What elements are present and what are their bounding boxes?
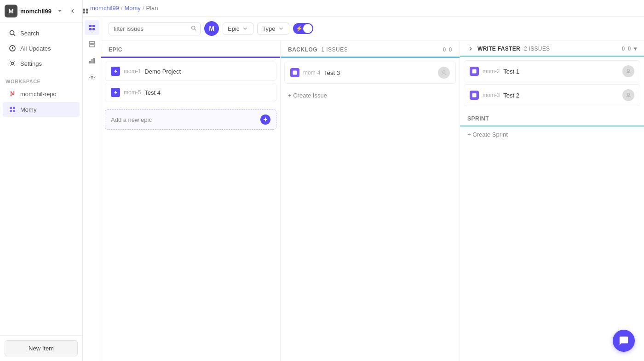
create-sprint-row[interactable]: + Create Sprint	[460, 126, 644, 143]
sidebar-nav: Search All Updates Settings	[0, 23, 82, 74]
breadcrumb-plan: Plan	[146, 5, 158, 11]
table-row[interactable]: mom-3 Test 2	[464, 84, 640, 106]
new-item-button[interactable]: New Item	[5, 340, 78, 356]
type-filter[interactable]: Type	[257, 23, 289, 35]
main-area: momchil99 / Momy / Plan	[83, 0, 644, 361]
type-filter-label: Type	[262, 25, 275, 32]
more-options-icon[interactable]: ▾	[634, 46, 637, 52]
list-view-button[interactable]	[85, 37, 99, 52]
svg-point-9	[13, 92, 15, 93]
workspace-name: momchil99	[20, 8, 52, 15]
item-id: mom-4	[303, 69, 320, 76]
epic-filter-label: Epic	[228, 25, 239, 32]
table-row[interactable]: mom-1 Demo Project	[105, 62, 276, 81]
breadcrumb: momchil99 / Momy / Plan	[90, 5, 158, 11]
svg-point-4	[10, 31, 14, 35]
backlog-count-a: 0	[443, 46, 446, 53]
svg-rect-31	[472, 93, 477, 97]
grid-view-button[interactable]	[85, 20, 99, 35]
avatar	[622, 65, 634, 77]
git-icon	[8, 90, 17, 98]
svg-point-10	[11, 95, 12, 97]
search-label: Search	[20, 30, 39, 37]
breadcrumb-sep-1: /	[121, 5, 123, 11]
chart-view-button[interactable]	[85, 53, 99, 68]
add-epic-label: Add a new epic	[111, 116, 152, 123]
sidebar-item-settings[interactable]: Settings	[3, 56, 80, 71]
epic-column-header: EPIC	[101, 41, 280, 58]
settings-icon-btn[interactable]	[85, 70, 99, 85]
table-row[interactable]: mom-4 Test 3	[284, 62, 456, 84]
svg-rect-17	[89, 28, 92, 30]
breadcrumb-momy[interactable]: Momy	[124, 5, 140, 11]
item-name: Test 3	[324, 69, 434, 76]
sidebar-header: M momchil99	[0, 0, 82, 23]
item-name: Test 1	[503, 68, 619, 75]
sidebar-item-momchil-repo[interactable]: momchil-repo	[3, 86, 80, 101]
item-name: Demo Project	[144, 68, 270, 75]
gear-icon	[8, 59, 17, 68]
write-faster-count-a: 0	[622, 46, 625, 52]
icon-sidebar	[83, 17, 101, 361]
bolt-icon	[111, 67, 120, 76]
toggle-switch[interactable]: ⚡	[293, 23, 313, 34]
breadcrumb-momchil99[interactable]: momchil99	[90, 5, 119, 11]
svg-rect-18	[92, 28, 95, 30]
sprint-title: SPRINT	[467, 115, 489, 122]
svg-point-25	[192, 26, 195, 29]
bolt-icon	[111, 88, 120, 97]
write-faster-header: WRITE FASTER 2 issues 0 0 ▾	[460, 41, 644, 57]
content-area: M Epic Type ⚡ EPIC	[101, 17, 644, 361]
epic-column-title: EPIC	[109, 46, 122, 53]
plan-area: EPIC mom-1 Demo Project	[101, 41, 644, 361]
svg-line-5	[14, 34, 16, 36]
svg-point-24	[91, 76, 93, 78]
svg-rect-16	[92, 25, 95, 27]
svg-point-30	[627, 69, 629, 72]
sidebar: M momchil99 Search All Updates	[0, 0, 83, 361]
svg-rect-15	[89, 25, 92, 27]
write-faster-header-row: WRITE FASTER 2 issues 0 0 ▾	[467, 46, 637, 52]
epic-items: mom-1 Demo Project mom-5 Test 4	[101, 58, 280, 106]
write-faster-title: WRITE FASTER	[477, 46, 520, 52]
chevron-down-icon[interactable]	[54, 6, 65, 17]
svg-rect-13	[10, 110, 12, 112]
grid-icon	[8, 105, 17, 114]
back-icon[interactable]	[67, 6, 78, 17]
filter-bar: M Epic Type ⚡	[101, 17, 644, 41]
avatar	[622, 89, 634, 101]
backlog-issues-count: 1 issues	[321, 46, 348, 53]
svg-rect-29	[472, 69, 477, 74]
item-id: mom-5	[124, 89, 141, 96]
sprint-header: SPRINT	[460, 110, 644, 126]
collapse-icon[interactable]	[467, 46, 474, 52]
svg-rect-23	[93, 58, 95, 63]
svg-rect-12	[13, 107, 15, 109]
epic-filter[interactable]: Epic	[223, 23, 253, 35]
item-id: mom-3	[483, 92, 500, 98]
create-issue-row[interactable]: + Create Issue	[281, 87, 460, 103]
backlog-header-title: BACKLOG 1 issues	[288, 46, 348, 53]
sidebar-item-all-updates[interactable]: All Updates	[3, 41, 80, 56]
write-faster-issues-count: 2 issues	[524, 46, 550, 52]
table-row[interactable]: mom-5 Test 4	[105, 83, 276, 102]
user-avatar-filter[interactable]: M	[204, 21, 219, 36]
sidebar-bottom: New Item	[0, 335, 82, 361]
sidebar-item-momy[interactable]: Momy	[3, 102, 80, 117]
breadcrumb-sep-2: /	[143, 5, 144, 11]
filter-search-icon	[190, 25, 197, 33]
chat-bubble[interactable]	[613, 330, 635, 352]
backlog-column-title: BACKLOG	[288, 46, 317, 53]
sidebar-item-search[interactable]: Search	[3, 26, 80, 40]
backlog-items: mom-4 Test 3	[281, 58, 460, 87]
svg-rect-19	[89, 41, 95, 44]
item-id: mom-2	[483, 68, 500, 74]
item-name: Test 2	[503, 92, 619, 99]
square-icon	[290, 68, 299, 77]
epic-column: EPIC mom-1 Demo Project	[101, 41, 281, 361]
write-faster-column: WRITE FASTER 2 issues 0 0 ▾	[460, 41, 644, 361]
add-epic-row[interactable]: Add a new epic +	[105, 109, 276, 130]
svg-rect-11	[10, 107, 12, 109]
filter-input[interactable]	[109, 22, 201, 35]
table-row[interactable]: mom-2 Test 1	[464, 60, 640, 82]
